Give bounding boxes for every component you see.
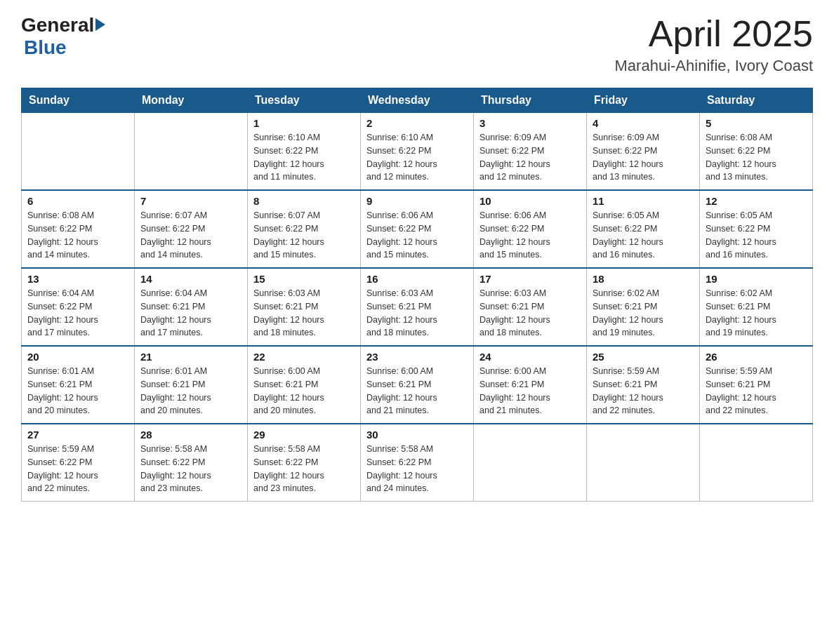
- day-info: Sunrise: 6:04 AM Sunset: 6:22 PM Dayligh…: [27, 287, 128, 340]
- calendar-cell: [22, 113, 135, 191]
- day-number: 17: [479, 273, 581, 285]
- calendar-week-row: 20Sunrise: 6:01 AM Sunset: 6:21 PM Dayli…: [22, 346, 813, 424]
- calendar-cell: 29Sunrise: 5:58 AM Sunset: 6:22 PM Dayli…: [248, 424, 361, 502]
- calendar-cell: 24Sunrise: 6:00 AM Sunset: 6:21 PM Dayli…: [474, 346, 587, 424]
- day-info: Sunrise: 6:09 AM Sunset: 6:22 PM Dayligh…: [479, 131, 581, 184]
- day-number: 2: [366, 117, 468, 129]
- day-info: Sunrise: 6:06 AM Sunset: 6:22 PM Dayligh…: [366, 209, 468, 262]
- day-number: 21: [140, 351, 241, 363]
- day-info: Sunrise: 6:04 AM Sunset: 6:21 PM Dayligh…: [140, 287, 241, 340]
- page-subtitle: Marahui-Ahinifie, Ivory Coast: [615, 57, 813, 75]
- calendar-cell: 25Sunrise: 5:59 AM Sunset: 6:21 PM Dayli…: [587, 346, 700, 424]
- day-info: Sunrise: 6:01 AM Sunset: 6:21 PM Dayligh…: [140, 365, 241, 417]
- day-number: 6: [27, 195, 128, 207]
- calendar-cell: 20Sunrise: 6:01 AM Sunset: 6:21 PM Dayli…: [22, 346, 135, 424]
- calendar-cell: 5Sunrise: 6:08 AM Sunset: 6:22 PM Daylig…: [700, 113, 813, 191]
- calendar-cell: [474, 424, 587, 502]
- calendar-cell: 2Sunrise: 6:10 AM Sunset: 6:22 PM Daylig…: [361, 113, 474, 191]
- day-number: 10: [479, 195, 581, 207]
- weekday-header-monday: Monday: [135, 88, 248, 113]
- day-info: Sunrise: 6:05 AM Sunset: 6:22 PM Dayligh…: [593, 209, 694, 262]
- day-info: Sunrise: 5:58 AM Sunset: 6:22 PM Dayligh…: [140, 443, 241, 495]
- calendar-week-row: 13Sunrise: 6:04 AM Sunset: 6:22 PM Dayli…: [22, 268, 813, 346]
- calendar-cell: 1Sunrise: 6:10 AM Sunset: 6:22 PM Daylig…: [248, 113, 361, 191]
- day-number: 23: [366, 351, 468, 363]
- calendar-cell: 10Sunrise: 6:06 AM Sunset: 6:22 PM Dayli…: [474, 190, 587, 268]
- day-info: Sunrise: 6:00 AM Sunset: 6:21 PM Dayligh…: [366, 365, 468, 417]
- calendar-cell: 13Sunrise: 6:04 AM Sunset: 6:22 PM Dayli…: [22, 268, 135, 346]
- day-number: 1: [253, 117, 355, 129]
- day-info: Sunrise: 5:59 AM Sunset: 6:21 PM Dayligh…: [593, 365, 694, 417]
- logo-general: General: [21, 14, 94, 36]
- calendar-cell: 11Sunrise: 6:05 AM Sunset: 6:22 PM Dayli…: [587, 190, 700, 268]
- day-info: Sunrise: 6:02 AM Sunset: 6:21 PM Dayligh…: [706, 287, 807, 340]
- day-number: 14: [140, 273, 241, 285]
- calendar-cell: 30Sunrise: 5:58 AM Sunset: 6:22 PM Dayli…: [361, 424, 474, 502]
- day-info: Sunrise: 6:10 AM Sunset: 6:22 PM Dayligh…: [366, 131, 468, 184]
- calendar-cell: [135, 113, 248, 191]
- day-number: 8: [253, 195, 355, 207]
- logo: General Blue: [21, 14, 105, 59]
- calendar-cell: [587, 424, 700, 502]
- day-info: Sunrise: 6:08 AM Sunset: 6:22 PM Dayligh…: [706, 131, 807, 184]
- day-info: Sunrise: 6:05 AM Sunset: 6:22 PM Dayligh…: [706, 209, 807, 262]
- day-info: Sunrise: 6:02 AM Sunset: 6:21 PM Dayligh…: [593, 287, 694, 340]
- day-info: Sunrise: 6:00 AM Sunset: 6:21 PM Dayligh…: [253, 365, 355, 417]
- page-header: General Blue April 2025 Marahui-Ahinifie…: [21, 14, 813, 75]
- day-number: 12: [706, 195, 807, 207]
- day-number: 3: [479, 117, 581, 129]
- calendar-week-row: 6Sunrise: 6:08 AM Sunset: 6:22 PM Daylig…: [22, 190, 813, 268]
- calendar-cell: 19Sunrise: 6:02 AM Sunset: 6:21 PM Dayli…: [700, 268, 813, 346]
- day-number: 11: [593, 195, 694, 207]
- calendar-cell: 3Sunrise: 6:09 AM Sunset: 6:22 PM Daylig…: [474, 113, 587, 191]
- calendar-cell: 21Sunrise: 6:01 AM Sunset: 6:21 PM Dayli…: [135, 346, 248, 424]
- page-title: April 2025: [615, 14, 813, 54]
- day-info: Sunrise: 6:07 AM Sunset: 6:22 PM Dayligh…: [140, 209, 241, 262]
- calendar-cell: 28Sunrise: 5:58 AM Sunset: 6:22 PM Dayli…: [135, 424, 248, 502]
- day-info: Sunrise: 6:09 AM Sunset: 6:22 PM Dayligh…: [593, 131, 694, 184]
- day-info: Sunrise: 6:08 AM Sunset: 6:22 PM Dayligh…: [27, 209, 128, 262]
- day-number: 27: [27, 429, 128, 441]
- day-info: Sunrise: 5:59 AM Sunset: 6:22 PM Dayligh…: [27, 443, 128, 495]
- day-info: Sunrise: 6:07 AM Sunset: 6:22 PM Dayligh…: [253, 209, 355, 262]
- day-info: Sunrise: 6:03 AM Sunset: 6:21 PM Dayligh…: [479, 287, 581, 340]
- day-number: 16: [366, 273, 468, 285]
- day-info: Sunrise: 5:58 AM Sunset: 6:22 PM Dayligh…: [253, 443, 355, 495]
- day-number: 4: [593, 117, 694, 129]
- weekday-header-thursday: Thursday: [474, 88, 587, 113]
- calendar-week-row: 1Sunrise: 6:10 AM Sunset: 6:22 PM Daylig…: [22, 113, 813, 191]
- day-info: Sunrise: 6:00 AM Sunset: 6:21 PM Dayligh…: [479, 365, 581, 417]
- weekday-header-friday: Friday: [587, 88, 700, 113]
- logo-blue: Blue: [24, 36, 67, 59]
- calendar-cell: 18Sunrise: 6:02 AM Sunset: 6:21 PM Dayli…: [587, 268, 700, 346]
- day-number: 25: [593, 351, 694, 363]
- calendar-cell: 6Sunrise: 6:08 AM Sunset: 6:22 PM Daylig…: [22, 190, 135, 268]
- calendar-week-row: 27Sunrise: 5:59 AM Sunset: 6:22 PM Dayli…: [22, 424, 813, 502]
- calendar-cell: 27Sunrise: 5:59 AM Sunset: 6:22 PM Dayli…: [22, 424, 135, 502]
- day-number: 20: [27, 351, 128, 363]
- day-info: Sunrise: 5:59 AM Sunset: 6:21 PM Dayligh…: [706, 365, 807, 417]
- day-number: 15: [253, 273, 355, 285]
- weekday-header-wednesday: Wednesday: [361, 88, 474, 113]
- day-info: Sunrise: 6:01 AM Sunset: 6:21 PM Dayligh…: [27, 365, 128, 417]
- day-number: 7: [140, 195, 241, 207]
- calendar-header-row: SundayMondayTuesdayWednesdayThursdayFrid…: [22, 88, 813, 113]
- day-number: 5: [706, 117, 807, 129]
- weekday-header-saturday: Saturday: [700, 88, 813, 113]
- day-number: 22: [253, 351, 355, 363]
- day-number: 28: [140, 429, 241, 441]
- day-number: 29: [253, 429, 355, 441]
- weekday-header-sunday: Sunday: [22, 88, 135, 113]
- calendar-cell: 26Sunrise: 5:59 AM Sunset: 6:21 PM Dayli…: [700, 346, 813, 424]
- calendar-cell: 9Sunrise: 6:06 AM Sunset: 6:22 PM Daylig…: [361, 190, 474, 268]
- calendar-cell: 16Sunrise: 6:03 AM Sunset: 6:21 PM Dayli…: [361, 268, 474, 346]
- day-number: 19: [706, 273, 807, 285]
- calendar-cell: 7Sunrise: 6:07 AM Sunset: 6:22 PM Daylig…: [135, 190, 248, 268]
- day-number: 9: [366, 195, 468, 207]
- calendar-cell: 15Sunrise: 6:03 AM Sunset: 6:21 PM Dayli…: [248, 268, 361, 346]
- calendar-cell: [700, 424, 813, 502]
- calendar-cell: 17Sunrise: 6:03 AM Sunset: 6:21 PM Dayli…: [474, 268, 587, 346]
- calendar-cell: 4Sunrise: 6:09 AM Sunset: 6:22 PM Daylig…: [587, 113, 700, 191]
- calendar-table: SundayMondayTuesdayWednesdayThursdayFrid…: [21, 88, 813, 502]
- calendar-cell: 14Sunrise: 6:04 AM Sunset: 6:21 PM Dayli…: [135, 268, 248, 346]
